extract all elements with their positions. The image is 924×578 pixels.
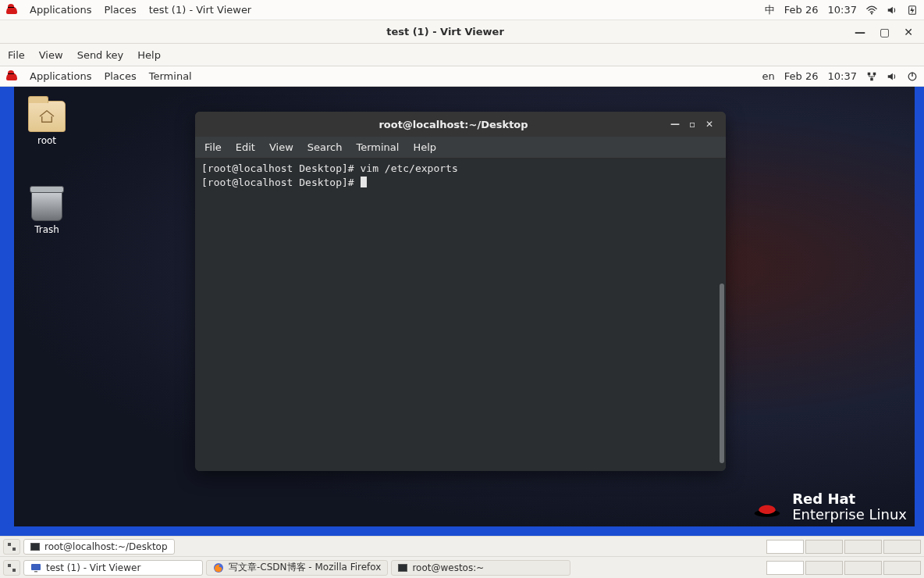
host-time[interactable]: 10:37: [828, 4, 857, 16]
redhat-branding: Red Hat Enterprise Linux: [753, 492, 907, 523]
desktop-icon-trash[interactable]: Trash: [25, 190, 69, 235]
svg-rect-12: [31, 564, 41, 570]
host-taskbar-item-firefox[interactable]: 写文章-CSDN博客 - Mozilla Firefox: [206, 560, 388, 576]
vv-menu-file[interactable]: File: [8, 49, 25, 61]
workspace-4[interactable]: [883, 561, 921, 575]
host-applications-menu[interactable]: Applications: [30, 4, 91, 16]
host-places-menu[interactable]: Places: [104, 4, 136, 16]
scrollbar-thumb[interactable]: [720, 284, 724, 463]
maximize-button[interactable]: ▢: [880, 26, 890, 38]
vv-menu-help[interactable]: Help: [137, 49, 161, 61]
terminal-title: root@localhost:~/Desktop: [240, 119, 666, 130]
workspace-4[interactable]: [883, 540, 921, 554]
host-date[interactable]: Feb 26: [784, 4, 819, 16]
svg-rect-13: [34, 571, 37, 573]
display-icon: [30, 563, 41, 573]
taskbar-item-label: root@westos:~: [412, 562, 484, 573]
network-icon[interactable]: [866, 71, 877, 82]
workspace-3[interactable]: [844, 561, 882, 575]
terminal-cursor: [361, 177, 367, 187]
svg-rect-4: [870, 77, 873, 80]
host-ime-indicator[interactable]: 中: [765, 3, 775, 17]
terminal-close-button[interactable]: ✕: [701, 116, 718, 133]
terminal-scrollbar[interactable]: [718, 159, 726, 471]
desktop-border: [915, 87, 924, 536]
term-menu-search[interactable]: Search: [307, 141, 343, 153]
workspace-1[interactable]: [766, 561, 804, 575]
term-menu-view[interactable]: View: [269, 141, 293, 153]
wifi-icon[interactable]: [866, 5, 877, 16]
close-button[interactable]: ✕: [904, 26, 913, 38]
host-show-desktop-button[interactable]: [3, 560, 20, 576]
virt-viewer-titlebar: test (1) - Virt Viewer — ▢ ✕: [0, 20, 924, 44]
host-taskbar: test (1) - Virt Viewer 写文章-CSDN博客 - Mozi…: [0, 556, 924, 578]
redhat-icon: [6, 73, 17, 80]
svg-rect-10: [8, 564, 11, 567]
terminal-titlebar[interactable]: root@localhost:~/Desktop — ▫ ✕: [195, 112, 726, 137]
svg-point-0: [871, 12, 872, 14]
guest-taskbar-item-terminal[interactable]: root@localhost:~/Desktop: [23, 539, 175, 555]
brand-line1: Red Hat: [792, 492, 907, 506]
desktop-border: [0, 526, 924, 536]
terminal-task-icon: [30, 543, 40, 551]
terminal-minimize-button[interactable]: —: [666, 116, 684, 133]
svg-rect-11: [12, 569, 16, 572]
folder-icon: [28, 101, 66, 132]
guest-date[interactable]: Feb 26: [784, 70, 819, 82]
guest-current-app[interactable]: Terminal: [149, 70, 192, 82]
desktop-icon-root-folder[interactable]: root: [25, 101, 69, 146]
minimize-button[interactable]: —: [855, 26, 865, 38]
host-gnome-topbar: Applications Places test (1) - Virt View…: [0, 0, 924, 20]
redhat-logo-icon: [753, 498, 781, 518]
brand-line2: Enterprise Linux: [792, 506, 907, 523]
desktop-icon-label: root: [25, 135, 69, 146]
workspace-2[interactable]: [805, 540, 843, 554]
terminal-line: [root@localhost Desktop]# vim /etc/expor…: [201, 162, 458, 174]
guest-display: Applications Places Terminal en Feb 26 1…: [0, 66, 924, 556]
host-workspace-switcher[interactable]: [766, 561, 921, 575]
term-menu-help[interactable]: Help: [413, 141, 436, 153]
redhat-icon: [6, 6, 17, 14]
guest-taskbar: root@localhost:~/Desktop: [0, 536, 924, 556]
terminal-maximize-button[interactable]: ▫: [684, 116, 701, 133]
guest-gnome-topbar: Applications Places Terminal en Feb 26 1…: [0, 66, 924, 87]
host-taskbar-item-terminal[interactable]: root@westos:~: [391, 560, 570, 576]
taskbar-item-label: 写文章-CSDN博客 - Mozilla Firefox: [229, 561, 381, 574]
vv-menu-view[interactable]: View: [39, 49, 63, 61]
term-menu-terminal[interactable]: Terminal: [356, 141, 399, 153]
firefox-icon: [213, 562, 224, 573]
guest-time[interactable]: 10:37: [828, 70, 857, 82]
term-menu-file[interactable]: File: [204, 141, 222, 153]
workspace-3[interactable]: [844, 540, 882, 554]
guest-places-menu[interactable]: Places: [104, 70, 136, 82]
volume-icon[interactable]: [887, 5, 897, 16]
guest-show-desktop-button[interactable]: [3, 539, 20, 555]
guest-desktop[interactable]: root Trash root@localhost:~/Desktop — ▫ …: [0, 87, 924, 536]
terminal-task-icon: [398, 564, 407, 572]
workspace-1[interactable]: [766, 540, 804, 554]
svg-rect-3: [873, 72, 876, 75]
terminal-window: root@localhost:~/Desktop — ▫ ✕ File Edit…: [195, 112, 726, 471]
guest-workspace-switcher[interactable]: [766, 540, 921, 554]
desktop-border: [0, 87, 14, 536]
volume-icon[interactable]: [887, 71, 897, 82]
virt-viewer-menubar: File View Send key Help: [0, 44, 924, 66]
svg-rect-8: [8, 543, 11, 546]
terminal-menubar: File Edit View Search Terminal Help: [195, 137, 726, 159]
guest-applications-menu[interactable]: Applications: [30, 70, 91, 82]
host-current-app[interactable]: test (1) - Virt Viewer: [149, 4, 251, 16]
term-menu-edit[interactable]: Edit: [236, 141, 255, 153]
terminal-body[interactable]: [root@localhost Desktop]# vim /etc/expor…: [195, 159, 726, 471]
terminal-line: [root@localhost Desktop]#: [201, 177, 361, 188]
trash-icon: [31, 190, 62, 221]
virt-viewer-title: test (1) - Virt Viewer: [47, 26, 844, 37]
guest-lang-indicator[interactable]: en: [762, 70, 775, 82]
host-taskbar-item-virt-viewer[interactable]: test (1) - Virt Viewer: [23, 560, 203, 576]
workspace-2[interactable]: [805, 561, 843, 575]
svg-rect-2: [868, 72, 871, 75]
battery-icon[interactable]: [907, 5, 918, 16]
vv-menu-sendkey[interactable]: Send key: [77, 49, 124, 61]
taskbar-item-label: test (1) - Virt Viewer: [46, 562, 140, 573]
svg-rect-9: [12, 548, 16, 551]
power-icon[interactable]: [907, 71, 918, 82]
